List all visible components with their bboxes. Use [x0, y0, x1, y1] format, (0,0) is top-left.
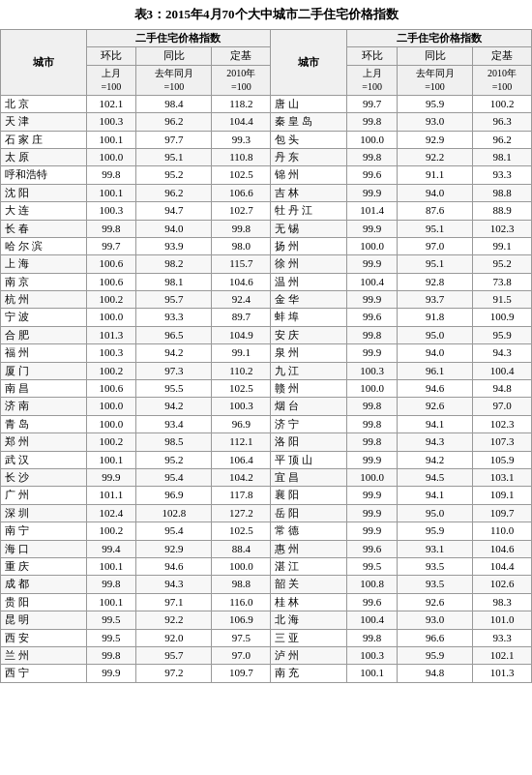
city-right: 徐 州 — [271, 255, 347, 273]
data-cell: 95.9 — [397, 646, 472, 664]
data-cell: 94.0 — [136, 220, 212, 237]
data-cell: 98.8 — [212, 576, 271, 593]
city-left: 上 海 — [1, 255, 87, 273]
data-cell: 96.5 — [136, 326, 212, 343]
data-cell: 100.0 — [212, 557, 271, 575]
data-cell: 104.6 — [473, 540, 532, 557]
data-cell: 115.7 — [212, 255, 271, 273]
data-cell: 116.0 — [212, 593, 271, 611]
data-cell: 100.6 — [86, 380, 136, 398]
data-cell: 95.1 — [397, 255, 472, 273]
data-cell: 95.7 — [136, 646, 212, 664]
data-cell: 100.2 — [86, 433, 136, 451]
data-cell: 99.8 — [347, 326, 398, 343]
data-cell: 96.2 — [136, 184, 212, 201]
col1-sub: 上月=100 — [86, 65, 136, 95]
data-cell: 104.9 — [212, 326, 271, 343]
city-right: 锦 州 — [271, 166, 347, 184]
data-cell: 92.0 — [136, 629, 212, 646]
data-cell: 94.3 — [136, 576, 212, 593]
data-cell: 97.5 — [212, 629, 271, 646]
data-cell: 98.4 — [136, 95, 212, 112]
data-cell: 94.6 — [397, 380, 472, 398]
data-cell: 94.8 — [473, 380, 532, 398]
data-cell: 102.7 — [212, 202, 271, 220]
city-right: 韶 关 — [271, 576, 347, 593]
city-right: 平 顶 山 — [271, 451, 347, 468]
col2-sub: 去年同月=100 — [136, 65, 212, 95]
data-cell: 106.4 — [212, 451, 271, 468]
data-cell: 94.2 — [136, 398, 212, 415]
data-cell: 99.4 — [86, 540, 136, 557]
data-cell: 103.1 — [473, 468, 532, 486]
data-cell: 99.8 — [86, 166, 136, 184]
data-cell: 100.3 — [212, 398, 271, 415]
data-cell: 96.6 — [397, 629, 472, 646]
data-cell: 95.2 — [136, 166, 212, 184]
city-left: 呼和浩特 — [1, 166, 87, 184]
city-right: 安 庆 — [271, 326, 347, 343]
data-cell: 102.3 — [473, 415, 532, 432]
data-cell: 100.4 — [347, 611, 398, 629]
data-cell: 117.8 — [212, 487, 271, 504]
city-right: 金 华 — [271, 291, 347, 309]
data-cell: 100.1 — [86, 184, 136, 201]
data-cell: 99.9 — [347, 487, 398, 504]
city-left: 大 连 — [1, 202, 87, 220]
data-cell: 95.4 — [136, 468, 212, 486]
city-left: 海 口 — [1, 540, 87, 557]
city-right: 扬 州 — [271, 237, 347, 254]
data-cell: 97.3 — [136, 362, 212, 379]
city-right: 蚌 埠 — [271, 309, 347, 326]
data-cell: 98.8 — [473, 184, 532, 201]
data-cell: 94.5 — [397, 468, 472, 486]
data-cell: 93.3 — [473, 166, 532, 184]
data-cell: 99.8 — [86, 220, 136, 237]
city-right: 泉 州 — [271, 344, 347, 362]
data-cell: 98.3 — [473, 593, 532, 611]
city-right: 常 德 — [271, 522, 347, 540]
data-cell: 95.9 — [397, 95, 472, 112]
data-cell: 99.9 — [347, 184, 398, 201]
data-cell: 100.0 — [347, 380, 398, 398]
data-cell: 97.0 — [397, 237, 472, 254]
city-right: 湛 江 — [271, 557, 347, 575]
col3-sub: 2010年=100 — [212, 65, 271, 95]
data-cell: 94.1 — [397, 415, 472, 432]
city-right: 包 头 — [271, 131, 347, 148]
data-cell: 99.9 — [347, 255, 398, 273]
city-left: 广 州 — [1, 487, 87, 504]
data-cell: 104.2 — [212, 468, 271, 486]
data-cell: 92.8 — [397, 273, 472, 290]
data-cell: 100.0 — [347, 131, 398, 148]
data-cell: 95.5 — [136, 380, 212, 398]
data-cell: 97.1 — [136, 593, 212, 611]
data-cell: 102.8 — [136, 504, 212, 522]
city-left: 杭 州 — [1, 291, 87, 309]
data-cell: 99.9 — [347, 291, 398, 309]
data-cell: 92.9 — [136, 540, 212, 557]
data-cell: 95.2 — [473, 255, 532, 273]
city-left: 宁 波 — [1, 309, 87, 326]
data-cell: 100.3 — [86, 344, 136, 362]
data-cell: 99.6 — [347, 540, 398, 557]
data-cell: 93.5 — [397, 576, 472, 593]
data-cell: 99.8 — [347, 113, 398, 131]
data-cell: 100.0 — [86, 415, 136, 432]
data-cell: 93.0 — [397, 611, 472, 629]
data-cell: 95.1 — [136, 148, 212, 165]
data-cell: 94.7 — [136, 202, 212, 220]
city-left: 福 州 — [1, 344, 87, 362]
city-left: 南 宁 — [1, 522, 87, 540]
data-cell: 99.1 — [473, 237, 532, 254]
data-cell: 127.2 — [212, 504, 271, 522]
page-title: 表3：2015年4月70个大中城市二手住宅价格指数 — [0, 0, 532, 29]
city-left: 西 安 — [1, 629, 87, 646]
col3-header-r: 定基 — [473, 47, 532, 65]
data-cell: 97.2 — [136, 665, 212, 682]
data-cell: 99.9 — [347, 220, 398, 237]
data-cell: 100.1 — [86, 557, 136, 575]
data-cell: 100.4 — [347, 273, 398, 290]
data-cell: 96.1 — [397, 362, 472, 379]
data-cell: 95.9 — [473, 326, 532, 343]
